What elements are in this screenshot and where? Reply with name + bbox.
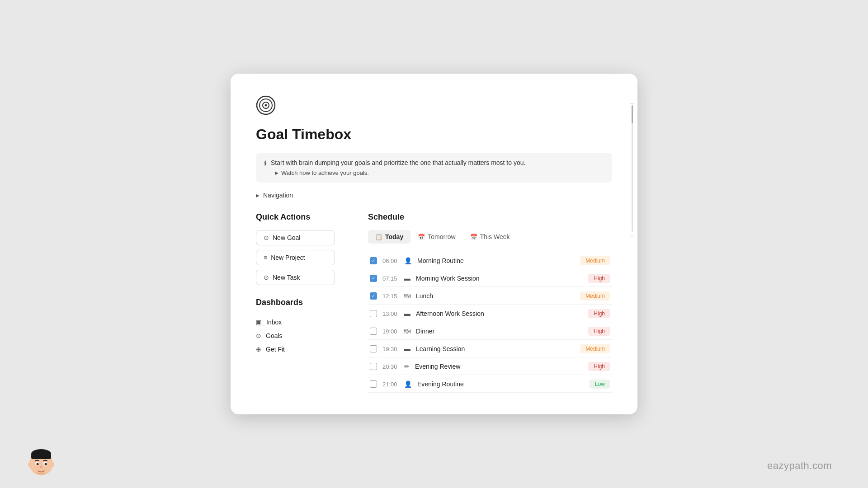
morning-routine-priority: Medium — [580, 256, 610, 265]
dinner-icon: 🍽 — [404, 328, 410, 335]
today-tab-icon: 📋 — [375, 234, 382, 240]
get-fit-icon: ⊕ — [256, 346, 261, 353]
svg-point-11 — [37, 463, 39, 465]
evening-routine-checkbox[interactable] — [370, 380, 377, 388]
tab-this-week[interactable]: 📅 This Week — [463, 230, 517, 244]
afternoon-work-checkbox[interactable] — [370, 310, 377, 317]
afternoon-work-time: 13:00 — [382, 310, 399, 317]
navigation-label: Navigation — [263, 192, 293, 199]
scroll-down-arrow[interactable]: — — [630, 233, 634, 236]
dashboards-title: Dashboards — [256, 298, 346, 307]
evening-review-name: Evening Review — [415, 363, 583, 370]
inbox-icon: ▣ — [256, 319, 262, 326]
lunch-checkbox[interactable]: ✓ — [370, 292, 377, 300]
new-project-button[interactable]: ≡ New Project — [256, 250, 335, 265]
evening-review-priority: High — [588, 362, 610, 371]
inbox-label: Inbox — [266, 319, 282, 326]
scrollbar[interactable]: — — — [631, 101, 633, 236]
navigation-toggle[interactable]: ▶ Navigation — [256, 192, 612, 199]
evening-review-icon: ✏ — [404, 363, 410, 370]
tab-today[interactable]: 📋 Today — [368, 230, 410, 244]
learning-checkbox[interactable] — [370, 345, 377, 352]
morning-routine-icon: 👤 — [404, 257, 412, 264]
main-content: Quick Actions ⊙ New Goal ≡ New Project ⊙… — [256, 212, 612, 393]
learning-icon: ▬ — [404, 345, 410, 352]
learning-name: Learning Session — [416, 345, 575, 352]
new-project-label: New Project — [271, 254, 305, 261]
goals-icon: ⊙ — [256, 332, 261, 339]
avatar — [25, 447, 57, 479]
page-title: Goal Timebox — [256, 126, 612, 143]
checkmark-icon: ✓ — [372, 294, 375, 298]
watch-link-text[interactable]: Watch how to achieve your goals. — [281, 169, 369, 176]
dashboard-item-inbox[interactable]: ▣ Inbox — [256, 315, 346, 329]
morning-work-icon: ▬ — [404, 275, 410, 282]
schedule-item-morning-work: ✓ 07:15 ▬ Morning Work Session High — [368, 270, 612, 287]
project-icon: ≡ — [264, 254, 267, 261]
new-goal-label: New Goal — [273, 234, 300, 241]
schedule-item-lunch: ✓ 12:15 🍽 Lunch Medium — [368, 288, 612, 305]
schedule-item-afternoon-work: 13:00 ▬ Afternoon Work Session High — [368, 305, 612, 322]
quick-actions-title: Quick Actions — [256, 212, 346, 222]
svg-point-8 — [51, 462, 54, 467]
scroll-up-arrow[interactable]: — — [630, 101, 634, 104]
schedule-title: Schedule — [368, 212, 612, 222]
svg-point-13 — [40, 466, 42, 468]
evening-routine-time: 21:00 — [382, 381, 399, 388]
morning-routine-checkbox[interactable]: ✓ — [370, 257, 377, 264]
dashboard-item-get-fit[interactable]: ⊕ Get Fit — [256, 343, 346, 356]
schedule-item-morning-routine: ✓ 06:00 👤 Morning Routine Medium — [368, 253, 612, 269]
dinner-checkbox[interactable] — [370, 328, 377, 335]
right-column: Schedule 📋 Today 📅 Tomorrow 📅 This Week — [368, 212, 612, 393]
app-logo — [256, 95, 612, 126]
lunch-name: Lunch — [416, 292, 575, 300]
this-week-tab-icon: 📅 — [470, 234, 477, 240]
checkmark-icon: ✓ — [372, 276, 375, 281]
left-column: Quick Actions ⊙ New Goal ≡ New Project ⊙… — [256, 212, 346, 393]
lunch-time: 12:15 — [382, 293, 399, 300]
dashboard-item-goals[interactable]: ⊙ Goals — [256, 329, 346, 343]
schedule-item-learning: 19:30 ▬ Learning Session Medium — [368, 341, 612, 357]
new-task-label: New Task — [273, 274, 300, 281]
morning-work-checkbox[interactable]: ✓ — [370, 275, 377, 282]
svg-point-7 — [28, 462, 32, 467]
evening-review-checkbox[interactable] — [370, 363, 377, 370]
nav-chevron-icon: ▶ — [256, 193, 259, 198]
morning-work-time: 07:15 — [382, 275, 399, 282]
svg-point-12 — [45, 463, 47, 465]
evening-routine-name: Evening Routine — [417, 380, 584, 388]
afternoon-work-icon: ▬ — [404, 310, 410, 317]
tab-tomorrow[interactable]: 📅 Tomorrow — [410, 230, 462, 244]
new-goal-button[interactable]: ⊙ New Goal — [256, 230, 335, 245]
evening-routine-icon: 👤 — [404, 380, 412, 388]
get-fit-label: Get Fit — [266, 346, 285, 353]
checkmark-icon: ✓ — [372, 258, 375, 263]
scrollbar-thumb[interactable] — [632, 105, 633, 123]
schedule-item-dinner: 19:00 🍽 Dinner High — [368, 323, 612, 340]
dashboards-section: Dashboards ▣ Inbox ⊙ Goals ⊕ Get Fit — [256, 298, 346, 356]
goal-icon: ⊙ — [264, 234, 269, 241]
quick-actions-section: Quick Actions ⊙ New Goal ≡ New Project ⊙… — [256, 212, 346, 285]
new-task-button[interactable]: ⊙ New Task — [256, 270, 335, 285]
schedule-item-evening-routine: 21:00 👤 Evening Routine Low — [368, 376, 612, 393]
watch-triangle-icon: ▶ — [275, 170, 278, 175]
learning-priority: Medium — [580, 344, 610, 353]
dinner-name: Dinner — [416, 328, 583, 335]
lunch-icon: 🍽 — [404, 292, 410, 300]
app-window: — — Goal Timebox ℹ Start with brain dump… — [231, 74, 637, 414]
afternoon-work-priority: High — [588, 309, 610, 318]
svg-point-3 — [265, 104, 267, 107]
tomorrow-tab-icon: 📅 — [418, 234, 425, 240]
morning-work-priority: High — [588, 274, 610, 283]
task-icon: ⊙ — [264, 274, 269, 281]
morning-routine-name: Morning Routine — [417, 257, 575, 264]
svg-rect-6 — [31, 454, 51, 459]
evening-routine-priority: Low — [590, 380, 610, 389]
dinner-time: 19:00 — [382, 328, 399, 335]
watermark: eazypath.com — [767, 460, 832, 472]
tomorrow-tab-label: Tomorrow — [428, 233, 455, 240]
schedule-list: ✓ 06:00 👤 Morning Routine Medium ✓ 07:15… — [368, 253, 612, 393]
afternoon-work-name: Afternoon Work Session — [416, 310, 583, 317]
goals-label: Goals — [266, 332, 283, 339]
learning-time: 19:30 — [382, 346, 399, 352]
